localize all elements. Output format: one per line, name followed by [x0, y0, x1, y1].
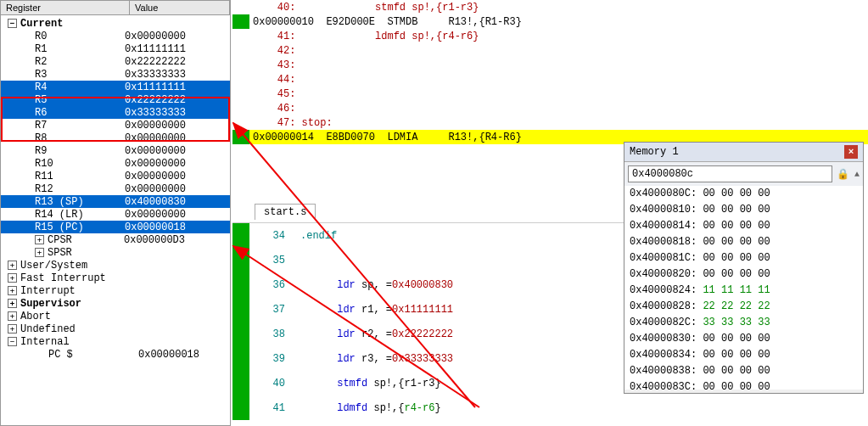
source-line[interactable]: 40 stmfd sp!,{r1-r3} [232, 371, 630, 395]
reg-mode-user-system[interactable]: +User/System [1, 259, 230, 272]
reg-row-r15pc[interactable]: R15 (PC)0x00000018 [1, 221, 230, 233]
reg-row-r4[interactable]: R40x11111111 [1, 81, 230, 93]
source-tab[interactable]: start.s [255, 204, 316, 220]
gutter [232, 72, 249, 87]
reg-group-current[interactable]: − Current [1, 17, 230, 30]
reg-row-r10[interactable]: R100x00000000 [1, 157, 230, 170]
memory-row[interactable]: 0x4000082C: 33 33 33 33 [630, 317, 858, 333]
plus-icon[interactable]: + [8, 273, 17, 283]
source-line[interactable]: 37 ldr r1, =0x11111111 [232, 297, 630, 322]
memory-row[interactable]: 0x40000830: 00 00 00 00 [630, 333, 858, 349]
memory-row[interactable]: 0x40000820: 00 00 00 00 [630, 268, 858, 284]
minus-icon[interactable]: − [8, 337, 17, 346]
gutter [232, 248, 249, 272]
gutter [232, 29, 249, 43]
disasm-line[interactable]: 47: stop: [232, 115, 868, 130]
reg-row-r3[interactable]: R30x33333333 [1, 68, 230, 81]
plus-icon[interactable]: + [35, 248, 44, 257]
memory-title-text: Memory 1 [630, 146, 679, 158]
reg-row-r6[interactable]: R60x33333333 [1, 106, 230, 119]
source-line[interactable]: 36 ldr sp, =0x40000830 [232, 272, 630, 297]
gutter [232, 346, 249, 371]
gutter [232, 115, 249, 130]
register-col-value: Value [130, 1, 230, 14]
gutter [232, 322, 249, 346]
reg-row-r7[interactable]: R70x00000000 [1, 119, 230, 132]
line-number: 35 [249, 255, 300, 266]
plus-icon[interactable]: + [8, 299, 17, 308]
plus-icon[interactable]: + [35, 235, 44, 244]
reg-row-spsr[interactable]: +SPSR [1, 246, 230, 259]
reg-row-r11[interactable]: R110x00000000 [1, 170, 230, 182]
memory-address-input[interactable] [628, 165, 832, 182]
memory-row[interactable]: 0x40000834: 00 00 00 00 [630, 349, 858, 365]
disasm-line[interactable]: 43: [232, 58, 868, 72]
memory-row[interactable]: 0x4000080C: 00 00 00 00 [630, 188, 858, 204]
memory-row[interactable]: 0x40000814: 00 00 00 00 [630, 220, 858, 236]
register-col-name: Register [1, 1, 130, 14]
disasm-line[interactable]: 0x00000010 E92D000E STMDB R13!,{R1-R3} [232, 14, 868, 29]
memory-body[interactable]: 0x4000080C: 00 00 00 000x40000810: 00 00… [624, 186, 863, 390]
reg-row-r14lr[interactable]: R14 (LR)0x00000000 [1, 208, 230, 221]
reg-mode-undefined[interactable]: +Undefined [1, 322, 230, 335]
minus-icon[interactable]: − [8, 19, 17, 28]
line-number: 34 [249, 230, 300, 242]
plus-icon[interactable]: + [8, 286, 17, 295]
reg-mode-interrupt[interactable]: +Interrupt [1, 284, 230, 297]
reg-row-cpsr[interactable]: +CPSR0x000000D3 [1, 233, 230, 246]
disasm-line[interactable]: 40: stmfd sp!,{r1-r3} [232, 0, 868, 14]
reg-internal-pc[interactable]: PC $ 0x00000018 [1, 348, 230, 361]
memory-row[interactable]: 0x4000083C: 00 00 00 00 [630, 381, 858, 397]
source-line[interactable]: 34.endif [232, 223, 630, 248]
close-icon[interactable]: × [844, 145, 858, 159]
reg-row-r8[interactable]: R80x00000000 [1, 132, 230, 144]
memory-row[interactable]: 0x40000828: 22 22 22 22 [630, 300, 858, 317]
scroll-up-icon[interactable]: ▲ [854, 170, 860, 179]
register-tree: − Current R00x00000000R10x11111111R20x22… [1, 15, 230, 362]
line-number: 40 [249, 378, 300, 390]
disasm-line[interactable]: 42: [232, 43, 868, 58]
reg-mode-supervisor[interactable]: +Supervisor [1, 297, 230, 310]
memory-row[interactable]: 0x4000081C: 00 00 00 00 [630, 252, 858, 268]
reg-row-r2[interactable]: R20x22222222 [1, 55, 230, 68]
gutter [232, 130, 249, 144]
gutter [232, 43, 249, 58]
gutter [232, 87, 249, 101]
gutter [232, 272, 249, 297]
plus-icon[interactable]: + [8, 261, 17, 270]
memory-row[interactable]: 0x40000838: 00 00 00 00 [630, 365, 858, 381]
line-number: 38 [249, 328, 300, 340]
source-line[interactable]: 39 ldr r3, =0x33333333 [232, 346, 630, 371]
reg-mode-internal[interactable]: −Internal [1, 335, 230, 348]
disasm-line[interactable]: 41: ldmfd sp!,{r4-r6} [232, 29, 868, 43]
reg-row-r0[interactable]: R00x00000000 [1, 30, 230, 42]
source-line[interactable]: 38 ldr r2, =0x22222222 [232, 322, 630, 346]
reg-mode-fast-interrupt[interactable]: +Fast Interrupt [1, 272, 230, 284]
reg-row-r1[interactable]: R10x11111111 [1, 42, 230, 55]
source-line[interactable]: 41 ldmfd sp!,{r4-r6} [232, 395, 630, 420]
register-header: Register Value [1, 1, 230, 15]
disasm-line[interactable]: 45: [232, 87, 868, 101]
source-line[interactable]: 35 [232, 248, 630, 272]
plus-icon[interactable]: + [8, 324, 17, 334]
disasm-line[interactable]: 46: [232, 101, 868, 115]
plus-icon[interactable]: + [8, 311, 17, 321]
memory-row[interactable]: 0x40000818: 00 00 00 00 [630, 236, 858, 252]
reg-row-r12[interactable]: R120x00000000 [1, 182, 230, 195]
reg-row-r13sp[interactable]: R13 (SP)0x40000830 [1, 195, 230, 208]
line-number: 36 [249, 279, 300, 291]
source-panel[interactable]: 34.endif3536 ldr sp, =0x4000083037 ldr r… [232, 222, 630, 426]
memory-row[interactable]: 0x40000810: 00 00 00 00 [630, 204, 858, 220]
reg-mode-abort[interactable]: +Abort [1, 310, 230, 322]
register-panel: Register Value − Current R00x00000000R10… [0, 0, 231, 426]
gutter [232, 101, 249, 115]
memory-row[interactable]: 0x40000824: 11 11 11 11 [630, 284, 858, 300]
line-number: 39 [249, 353, 300, 365]
disasm-line[interactable]: 44: [232, 72, 868, 87]
gutter [232, 371, 249, 395]
gutter [232, 14, 249, 29]
reg-row-r5[interactable]: R50x22222222 [1, 93, 230, 106]
lock-icon[interactable]: 🔒 [836, 166, 851, 182]
memory-titlebar[interactable]: Memory 1 × [624, 143, 863, 162]
reg-row-r9[interactable]: R90x00000000 [1, 144, 230, 157]
